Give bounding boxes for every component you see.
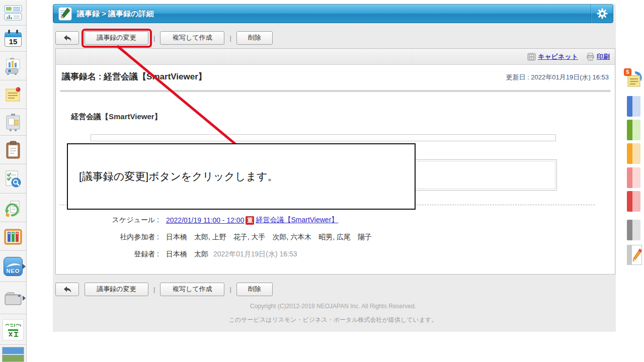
collapsed-field <box>91 134 556 141</box>
toolbar-separator: | <box>229 34 231 42</box>
registrant-label: 登録者 : <box>60 250 159 259</box>
projector-chart-icon <box>4 57 23 75</box>
screen: 15 <box>0 0 644 362</box>
sidebar-item-neo[interactable]: NEO <box>0 251 26 282</box>
sidebar-item-facility[interactable] <box>0 52 26 80</box>
minutes-subject: 経営会議【SmartViewer】 <box>71 112 162 122</box>
change-minutes-button[interactable]: 議事録の変更 <box>85 283 148 296</box>
neo-logo-icon: NEO <box>4 257 23 276</box>
sidebar-item-report[interactable] <box>0 136 26 164</box>
toolbar-separator: | <box>153 34 155 42</box>
registrant-row: 登録者 : 日本橋 太郎 2022年01月19日(水) 16:53 <box>60 250 297 259</box>
title-divider <box>60 90 611 92</box>
copy-create-button[interactable]: 複写して作成 <box>160 31 224 45</box>
annotation-text: [議事録の変更]ボタンをクリックします。 <box>79 169 278 184</box>
minutes-pad-pencil-icon <box>58 7 72 21</box>
participants-label: 社内参加者 : <box>60 233 159 242</box>
sidebar-item-service-logo[interactable] <box>0 314 26 345</box>
annotation-highlight-box <box>82 29 152 48</box>
orange-tab-icon <box>627 143 632 164</box>
minutes-title-label: 議事録名 : <box>62 72 104 81</box>
back-arrow-icon <box>63 286 72 293</box>
cabinet-link-label[interactable]: キャビネット <box>538 52 578 61</box>
delete-button[interactable]: 削除 <box>236 283 273 296</box>
folder-icon <box>3 290 23 306</box>
portal-icon <box>4 5 23 22</box>
sticky-note-icon <box>4 86 22 104</box>
binder-shelf-icon <box>4 228 23 245</box>
sidebar-tab-orange[interactable] <box>627 143 640 164</box>
print-link-label[interactable]: 印刷 <box>597 52 610 61</box>
sidebar-item-edit[interactable] <box>627 245 642 265</box>
back-button[interactable] <box>55 31 79 45</box>
workflow-refresh-icon <box>4 199 23 218</box>
sidebar-item-notifications[interactable]: 5 <box>625 69 643 89</box>
breadcrumb: 議事録 > 議事録の詳細 <box>77 9 591 19</box>
survey-check-icon <box>4 169 23 189</box>
toolbar-separator: | <box>153 286 155 293</box>
cabinet-link[interactable]: キャビネット <box>527 52 578 61</box>
updated-at: 更新日 : 2022年01月19日(水) 16:53 <box>506 73 609 82</box>
red-tab-icon <box>627 191 632 212</box>
calendar-icon: 15 <box>5 30 22 48</box>
sidebar-tab-blue[interactable] <box>627 96 640 117</box>
copyright-text: Copyright (C)2012-2019 NEOJAPAN Inc. All… <box>53 303 613 310</box>
schedule-title-link[interactable]: 経営会議【SmartViewer】 <box>256 216 338 225</box>
chevron-right-icon <box>23 264 26 269</box>
notification-count-badge: 5 <box>624 68 631 76</box>
important-badge: 重 <box>246 216 254 225</box>
sidebar-item-folder[interactable] <box>0 282 26 314</box>
minutes-title: 議事録名 : 経営会議【SmartViewer】 <box>62 71 207 82</box>
provider-text: このサービスはリスモン・ビジネス・ポータル株式会社が提供しています。 <box>53 316 613 324</box>
blue-tab-icon <box>627 96 632 117</box>
memo-badge-icon: 5 <box>625 69 643 89</box>
neo-label: NEO <box>4 268 22 274</box>
panel-action-strip: キャビネット 印刷 <box>56 49 615 65</box>
left-sidebar: 15 <box>0 0 27 362</box>
sidebar-item-memo[interactable] <box>0 80 26 109</box>
sidebar-item-schedule[interactable]: 15 <box>0 26 26 52</box>
printer-icon <box>586 53 595 61</box>
participants-value: 日本橋 太郎, 上野 花子, 大手 次郎, 六本木 昭男, 広尾 陽子 <box>166 233 372 242</box>
clipboard-icon <box>5 141 22 160</box>
toolbar-bottom: 議事録の変更 | 複写して作成 | 削除 <box>55 282 273 297</box>
back-arrow-icon <box>63 34 72 42</box>
annotation-callout: [議事録の変更]ボタンをクリックします。 <box>67 143 416 210</box>
schedule-time-link[interactable]: 2022/01/19 11:00 - 12:00 <box>166 216 244 224</box>
settings-gear-button[interactable] <box>591 5 613 23</box>
gray-tab-icon <box>627 220 632 240</box>
registrant-value: 日本橋 太郎 <box>166 250 208 259</box>
right-sidebar: 5 <box>624 0 644 362</box>
sidebar-tab-green[interactable] <box>627 120 640 140</box>
sidebar-item-workflow[interactable] <box>0 194 26 222</box>
copy-create-button[interactable]: 複写して作成 <box>160 283 224 296</box>
print-link[interactable]: 印刷 <box>586 52 610 61</box>
sidebar-item-banner[interactable] <box>0 345 26 362</box>
bulletin-board-icon <box>4 113 22 132</box>
green-tab-icon <box>627 120 632 140</box>
schedule-row: スケジュール : 2022/01/19 11:00 - 12:00 重 経営会議… <box>60 216 338 225</box>
title-row: 議事録名 : 経営会議【SmartViewer】 更新日 : 2022年01月1… <box>62 71 609 82</box>
toolbar-separator: | <box>229 286 231 293</box>
gear-icon <box>596 8 608 20</box>
sidebar-tab-pink[interactable] <box>627 167 640 188</box>
sidebar-item-document[interactable] <box>0 222 26 251</box>
calendar-day: 15 <box>5 37 22 46</box>
ad-banner-image <box>2 347 24 362</box>
pencil-icon <box>627 245 642 265</box>
delete-button[interactable]: 削除 <box>236 31 273 45</box>
sidebar-item-portal[interactable] <box>0 0 26 26</box>
registered-at: 2022年01月19日(水) 16:53 <box>213 250 297 259</box>
chevron-right-icon <box>23 296 26 301</box>
cabinet-icon <box>527 53 536 61</box>
module-header: 議事録 > 議事録の詳細 <box>53 4 613 23</box>
sidebar-tab-gray[interactable] <box>627 220 640 240</box>
schedule-label: スケジュール : <box>60 216 159 225</box>
sidebar-item-survey[interactable] <box>0 164 26 194</box>
sidebar-item-cabinet[interactable] <box>0 109 26 136</box>
participants-row: 社内参加者 : 日本橋 太郎, 上野 花子, 大手 次郎, 六本木 昭男, 広尾… <box>60 233 372 242</box>
pink-tab-icon <box>627 167 632 188</box>
sidebar-tab-red[interactable] <box>627 191 640 212</box>
back-button[interactable] <box>55 283 79 296</box>
green-text-logo-icon <box>3 319 24 340</box>
